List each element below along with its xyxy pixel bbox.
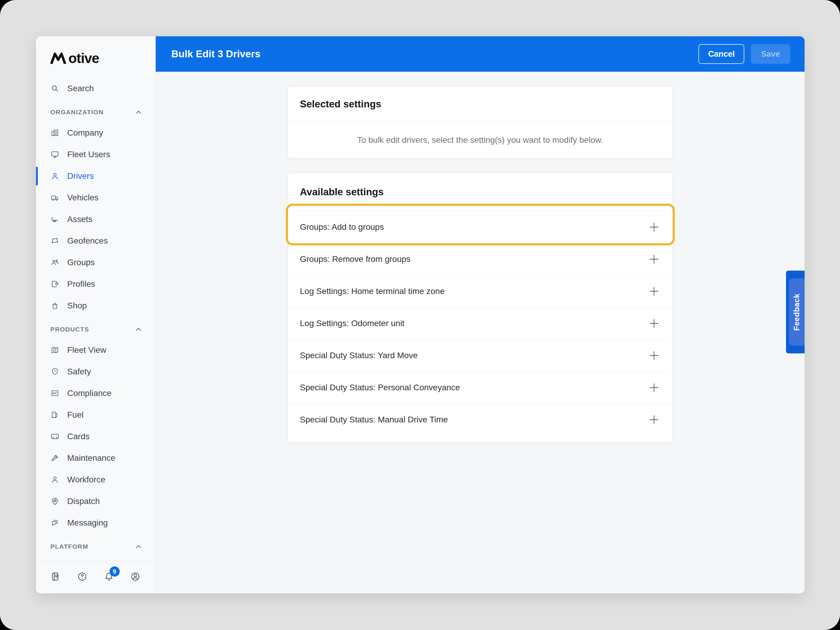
- workforce-person-icon: [51, 475, 59, 484]
- add-setting-plus-icon[interactable]: [647, 381, 661, 394]
- add-setting-plus-icon[interactable]: [647, 285, 661, 298]
- setting-row-label: Log Settings: Odometer unit: [300, 319, 405, 328]
- sidebar-item-assets[interactable]: Assets: [36, 208, 155, 230]
- sidebar-section-header-platform[interactable]: PLATFORM: [36, 537, 155, 556]
- sidebar-item-label: Cards: [67, 432, 90, 441]
- motive-logo-text: otive: [68, 50, 99, 66]
- sidebar-item-geofences[interactable]: Geofences: [36, 230, 155, 252]
- feedback-tab[interactable]: Feedback: [786, 271, 805, 354]
- monitor-icon: [51, 150, 59, 159]
- geofence-polygon-icon: [51, 237, 59, 245]
- setting-row-special-duty-status-personal-conveyance[interactable]: Special Duty Status: Personal Conveyance: [288, 371, 673, 404]
- add-setting-plus-icon[interactable]: [647, 349, 661, 362]
- add-setting-plus-icon[interactable]: [647, 253, 661, 266]
- sidebar-item-label: Compliance: [67, 388, 112, 398]
- sidebar-nav: Search ORGANIZATIONCompanyFleet UsersDri…: [36, 78, 155, 561]
- wrench-icon: [51, 453, 59, 463]
- sidebar-item-profiles[interactable]: Profiles: [36, 273, 155, 295]
- add-setting-plus-icon[interactable]: [647, 413, 661, 426]
- chevron-up-icon: [135, 545, 142, 549]
- help-icon: [77, 571, 88, 582]
- app-window: otive Search ORGANIZATIONCompanyFleet Us…: [36, 36, 805, 594]
- selected-item-indicator: [36, 167, 38, 185]
- account-button[interactable]: [130, 571, 141, 583]
- main-area: Bulk Edit 3 Drivers Cancel Save Selected…: [156, 36, 805, 594]
- chevron-up-icon: [135, 110, 142, 114]
- sidebar-section-label: PLATFORM: [51, 543, 88, 550]
- sidebar-section-header-organization[interactable]: ORGANIZATION: [36, 102, 155, 122]
- sidebar-item-compliance[interactable]: Compliance: [36, 382, 155, 404]
- dispatch-pin-icon: [51, 497, 59, 506]
- sidebar-item-fuel[interactable]: Fuel: [36, 404, 155, 426]
- setting-row-label: Groups: Add to groups: [300, 222, 384, 232]
- sidebar-item-label: Geofences: [67, 236, 108, 246]
- setting-row-label: Special Duty Status: Manual Drive Time: [300, 415, 448, 425]
- sidebar-item-label: Fuel: [67, 410, 84, 420]
- sidebar-search[interactable]: Search: [36, 78, 155, 99]
- feedback-tab-inner: Feedback: [789, 278, 805, 346]
- sidebar-item-messaging[interactable]: Messaging: [36, 512, 155, 534]
- sidebar-section-header-products[interactable]: PRODUCTS: [36, 319, 155, 339]
- sidebar-item-drivers[interactable]: Drivers: [36, 165, 155, 187]
- sidebar-section-label: PRODUCTS: [51, 326, 89, 333]
- sidebar-item-label: Groups: [67, 258, 95, 267]
- sidebar-item-label: Fleet View: [67, 345, 106, 355]
- setting-row-log-settings-odometer-unit[interactable]: Log Settings: Odometer unit: [288, 307, 673, 339]
- sidebar-item-workforce[interactable]: Workforce: [36, 469, 155, 491]
- add-setting-plus-icon[interactable]: [647, 317, 661, 330]
- truck-icon: [51, 193, 59, 202]
- document-gear-icon: [51, 279, 59, 289]
- save-button[interactable]: Save: [751, 44, 790, 64]
- shield-dot-icon: [51, 367, 59, 376]
- sidebar-item-security-and-data[interactable]: Security and Data: [36, 556, 155, 561]
- guide-map-icon: [51, 571, 61, 582]
- setting-row-special-duty-status-manual-drive-time[interactable]: Special Duty Status: Manual Drive Time: [288, 404, 673, 436]
- sidebar-item-fleet-view[interactable]: Fleet View: [36, 339, 155, 361]
- content-area: Selected settings To bulk edit drivers, …: [156, 72, 805, 594]
- trailer-icon: [51, 215, 59, 224]
- sidebar-item-label: Maintenance: [67, 453, 115, 463]
- driver-person-icon: [51, 172, 59, 181]
- sidebar-item-fleet-users[interactable]: Fleet Users: [36, 144, 155, 165]
- search-icon: [51, 84, 59, 93]
- setting-row-label: Groups: Remove from groups: [300, 254, 411, 264]
- chevron-up-icon: [135, 327, 142, 332]
- setting-row-groups-add-to-groups[interactable]: Groups: Add to groups: [288, 211, 673, 243]
- help-button[interactable]: [77, 571, 88, 583]
- sidebar: otive Search ORGANIZATIONCompanyFleet Us…: [36, 36, 155, 594]
- sidebar-item-label: Profiles: [67, 279, 95, 289]
- sidebar-item-safety[interactable]: Safety: [36, 361, 155, 382]
- setting-row-log-settings-home-terminal-time-zone[interactable]: Log Settings: Home terminal time zone: [288, 275, 673, 307]
- sidebar-item-label: Messaging: [67, 518, 108, 528]
- search-label: Search: [67, 84, 94, 93]
- sidebar-item-label: Company: [67, 128, 103, 138]
- setting-row-special-duty-status-yard-move[interactable]: Special Duty Status: Yard Move: [288, 339, 673, 371]
- sidebar-item-label: Workforce: [67, 475, 105, 485]
- setting-row-label: Special Duty Status: Yard Move: [300, 351, 418, 360]
- notification-count-badge: 9: [109, 567, 120, 576]
- sidebar-item-dispatch[interactable]: Dispatch: [36, 491, 155, 512]
- people-group-icon: [51, 258, 59, 267]
- company-building-icon: [51, 128, 59, 137]
- available-settings-title: Available settings: [288, 173, 673, 211]
- sidebar-item-groups[interactable]: Groups: [36, 252, 155, 273]
- available-settings-rows: Groups: Add to groupsGroups: Remove from…: [288, 211, 673, 436]
- sidebar-item-cards[interactable]: Cards: [36, 426, 155, 447]
- page-title: Bulk Edit 3 Drivers: [171, 48, 698, 60]
- sidebar-item-maintenance[interactable]: Maintenance: [36, 447, 155, 469]
- selected-settings-empty-text: To bulk edit drivers, select the setting…: [288, 122, 673, 158]
- sidebar-item-company[interactable]: Company: [36, 122, 155, 144]
- cancel-button[interactable]: Cancel: [698, 44, 744, 64]
- account-icon: [130, 571, 141, 582]
- notifications-bell-button[interactable]: 9: [104, 571, 114, 583]
- setting-row-groups-remove-from-groups[interactable]: Groups: Remove from groups: [288, 243, 673, 275]
- shopping-bag-icon: [51, 301, 59, 310]
- sidebar-item-vehicles[interactable]: Vehicles: [36, 187, 155, 208]
- sidebar-item-shop[interactable]: Shop: [36, 295, 155, 316]
- chat-bubbles-icon: [51, 518, 59, 527]
- selected-settings-card: Selected settings To bulk edit drivers, …: [288, 87, 673, 158]
- add-setting-plus-icon[interactable]: [647, 221, 661, 234]
- guide-map-button[interactable]: [51, 571, 61, 583]
- sidebar-item-label: Safety: [67, 367, 91, 376]
- motive-logo: otive: [51, 50, 99, 66]
